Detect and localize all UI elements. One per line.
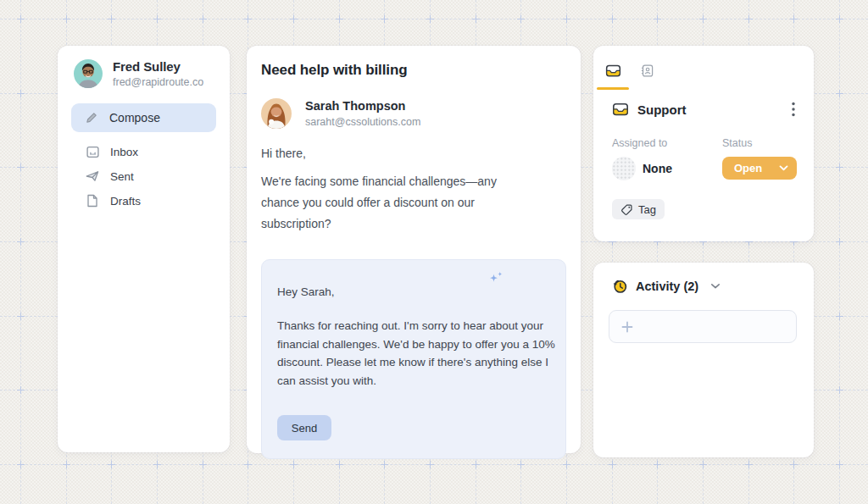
compose-button[interactable]: Compose — [71, 103, 216, 132]
sidebar-item-label: Sent — [110, 170, 134, 183]
grid-decoration — [654, 461, 661, 468]
sidebar-item-label: Drafts — [110, 195, 141, 208]
grid-decoration — [790, 461, 798, 468]
grid-decoration — [153, 15, 161, 23]
inbox-tray-icon — [604, 59, 622, 81]
grid-decoration — [745, 15, 753, 23]
detail-title: Support — [637, 102, 687, 117]
document-icon — [85, 194, 100, 208]
grid-decoration — [63, 461, 70, 468]
grid-decoration — [609, 461, 616, 468]
grid-decoration — [563, 15, 570, 23]
tab-conversation[interactable] — [597, 56, 629, 90]
reply-draft-box[interactable]: Hey Sarah, Thanks for reaching out. I'm … — [261, 259, 566, 459]
inbox-icon — [85, 145, 100, 159]
grid-decoration — [17, 386, 25, 394]
grid-decoration — [63, 15, 70, 23]
grid-decoration — [17, 163, 25, 171]
grid-decoration — [290, 15, 298, 23]
kebab-menu-icon[interactable] — [787, 100, 800, 119]
grid-decoration — [609, 15, 616, 23]
message-body: We're facing some financial challenges—a… — [261, 171, 534, 235]
thread-panel: Need help with billing Sarah Thompson sa… — [247, 46, 581, 453]
grid-decoration — [381, 461, 388, 468]
add-activity-input[interactable] — [609, 310, 797, 343]
unassigned-avatar — [612, 157, 636, 180]
grid-decoration — [17, 238, 25, 246]
detail-fields: Assigned to None Status Open — [612, 137, 797, 180]
grid-decoration — [20, 0, 21, 504]
detail-tabs — [597, 56, 663, 90]
sidebar-item-drafts[interactable]: Drafts — [71, 193, 216, 208]
address-book-icon — [640, 59, 654, 81]
sparkle-icon — [487, 270, 506, 291]
grid-decoration — [199, 15, 207, 23]
status-field: Status Open — [722, 137, 797, 180]
grid-decoration — [517, 461, 525, 468]
app-background: Fred Sulley fred@rapidroute.co Compose — [0, 0, 868, 504]
tag-button[interactable]: Tag — [612, 199, 665, 219]
sender-identity: Sarah Thompson saraht@cssolutions.com — [305, 99, 420, 128]
sidebar-item-sent[interactable]: Sent — [71, 169, 216, 184]
chevron-down-icon — [779, 165, 788, 171]
grid-decoration — [199, 461, 207, 468]
mailbox-sidebar: Fred Sulley fred@rapidroute.co Compose — [58, 46, 230, 452]
user-name: Fred Sulley — [113, 59, 203, 74]
grid-decoration — [426, 15, 434, 23]
grid-decoration — [836, 90, 843, 97]
grid-decoration — [108, 461, 115, 468]
status-value: Open — [734, 162, 762, 174]
assigned-value: None — [643, 162, 672, 175]
send-button[interactable]: Send — [277, 415, 331, 440]
grid-decoration — [472, 461, 480, 468]
grid-decoration — [699, 461, 707, 468]
pencil-icon — [85, 111, 98, 125]
folder-menu: Inbox Sent Drafts — [71, 144, 216, 208]
assigned-label: Assigned to — [612, 137, 722, 149]
draft-body: Thanks for reaching out. I'm sorry to he… — [277, 317, 557, 390]
assigned-value-row[interactable]: None — [612, 157, 722, 180]
grid-decoration — [517, 15, 525, 23]
sidebar-item-label: Inbox — [110, 146, 138, 158]
grid-decoration — [17, 313, 25, 320]
grid-decoration — [336, 15, 343, 23]
user-identity: Fred Sulley fred@rapidroute.co — [113, 59, 203, 88]
grid-decoration — [836, 313, 843, 320]
grid-decoration — [426, 461, 434, 468]
thread-title: Need help with billing — [261, 62, 566, 79]
tab-contacts[interactable] — [631, 56, 663, 90]
paper-plane-icon — [85, 169, 100, 184]
tag-label: Tag — [638, 203, 656, 216]
detail-header: Support — [611, 100, 800, 119]
user-profile: Fred Sulley fred@rapidroute.co — [71, 59, 216, 88]
status-dropdown[interactable]: Open — [722, 157, 797, 180]
tab-underline — [631, 87, 663, 90]
tag-icon — [620, 203, 633, 216]
grid-decoration — [699, 15, 707, 23]
grid-decoration — [563, 461, 570, 468]
activity-header[interactable]: Activity (2) — [611, 278, 721, 295]
chevron-down-icon[interactable] — [710, 283, 721, 290]
grid-decoration — [839, 0, 840, 504]
assigned-field: Assigned to None — [612, 137, 722, 180]
sender-name: Sarah Thompson — [305, 99, 420, 113]
activity-panel: Activity (2) — [593, 263, 814, 457]
conversation-detail-panel: Support Assigned to None Status — [593, 46, 814, 241]
grid-decoration — [336, 461, 343, 468]
avatar — [261, 98, 292, 129]
activity-title: Activity (2) — [636, 280, 698, 293]
draft-greeting: Hey Sarah, — [277, 285, 550, 298]
grid-decoration — [0, 19, 868, 19]
grid-decoration — [745, 461, 753, 468]
grid-decoration — [790, 15, 798, 23]
grid-decoration — [17, 461, 25, 468]
inbox-tray-icon — [611, 100, 630, 119]
grid-decoration — [836, 386, 843, 394]
active-tab-underline — [597, 87, 629, 90]
grid-decoration — [244, 461, 252, 468]
user-email: fred@rapidroute.co — [113, 76, 203, 88]
grid-decoration — [244, 15, 252, 23]
sender-row: Sarah Thompson saraht@cssolutions.com — [261, 98, 566, 129]
sidebar-item-inbox[interactable]: Inbox — [71, 144, 216, 159]
grid-decoration — [836, 461, 843, 468]
